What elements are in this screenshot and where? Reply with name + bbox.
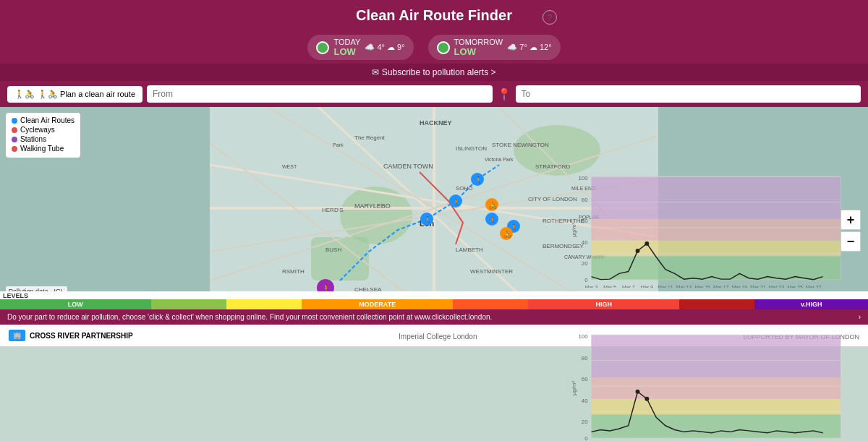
route-bar: 🚶🚴 🚶🚴 Plan a clean air route 📍	[83, 81, 550, 107]
map-main: Clean Air Route Finder TODAY LOW ☁️ 4° ☁…	[83, 0, 550, 441]
svg-text:🚶: 🚶	[511, 223, 518, 231]
tomorrow-info: TOMORROW LOW	[454, 38, 503, 57]
svg-text:μg/m³: μg/m³	[571, 380, 577, 395]
svg-text:Mar 27: Mar 27	[806, 285, 822, 288]
map-title: Clean Air Route Finder	[83, 0, 550, 31]
svg-text:20: 20	[582, 419, 588, 425]
pm10-chart-area: 100 80 60 40 20 0 Mar 1 Mar 3 Ma	[570, 330, 848, 441]
tomorrow-dot	[437, 41, 450, 54]
cross-river-logo: 🏢 CROSS RIVER PARTNERSHIP	[83, 330, 133, 341]
svg-text:🚴: 🚴	[503, 230, 512, 239]
info-bar: Do your part to reduce air pollution, ch…	[83, 309, 550, 325]
today-dot	[316, 41, 329, 54]
svg-text:BERMONDSEY: BERMONDSEY	[542, 243, 550, 249]
svg-rect-59	[592, 176, 841, 219]
svg-text:WEST: WEST	[282, 164, 297, 169]
svg-text:🚶: 🚶	[424, 215, 433, 224]
svg-text:CITY OF LONDON: CITY OF LONDON	[528, 196, 550, 202]
today-info: TODAY LOW	[333, 38, 360, 57]
svg-text:100: 100	[578, 175, 588, 181]
svg-rect-61	[592, 241, 841, 257]
svg-text:60: 60	[582, 218, 588, 224]
svg-text:40: 40	[582, 398, 588, 404]
svg-text:80: 80	[582, 197, 588, 203]
svg-text:80: 80	[582, 355, 588, 361]
svg-text:HERD'S: HERD'S	[322, 207, 344, 213]
svg-text:ISLINGTON: ISLINGTON	[456, 145, 487, 152]
svg-text:Mar 23: Mar 23	[769, 285, 785, 288]
svg-rect-93	[592, 399, 841, 415]
pl-high: HIGH	[528, 299, 550, 309]
to-input[interactable]	[516, 85, 550, 103]
map-visual[interactable]: HACKNEY STOKE NEWINGTON STRATFORD Lon WE…	[83, 107, 550, 309]
today-weather: TODAY LOW ☁️ 4° ☁ 9°	[307, 35, 413, 60]
svg-text:HACKNEY: HACKNEY	[420, 119, 452, 127]
svg-text:0: 0	[584, 435, 588, 441]
svg-rect-91	[592, 335, 841, 377]
pl-mod	[226, 299, 302, 309]
subscribe-bar[interactable]: ✉ Subscribe to pollution alerts >	[83, 64, 550, 81]
today-level: LOW	[333, 46, 360, 57]
svg-text:20: 20	[582, 260, 588, 267]
svg-text:Mar 19: Mar 19	[732, 285, 748, 288]
svg-rect-92	[592, 377, 841, 399]
imperial-logo: Imperial College London	[399, 329, 477, 342]
svg-text:🚶: 🚶	[475, 176, 483, 184]
svg-text:μg/m³: μg/m³	[571, 222, 577, 237]
svg-text:SOHO: SOHO	[456, 185, 473, 192]
svg-text:0: 0	[584, 277, 588, 283]
svg-text:Mar 11: Mar 11	[658, 285, 673, 288]
svg-text:STRATFORD: STRATFORD	[535, 163, 550, 170]
svg-text:BUSH: BUSH	[326, 247, 341, 253]
pl-low: LOW	[83, 299, 151, 309]
crp-label: CROSS RIVER PARTNERSHIP	[83, 332, 133, 340]
from-input[interactable]	[147, 85, 493, 103]
svg-text:40: 40	[582, 239, 588, 246]
svg-text:The Regent: The Regent	[354, 134, 386, 141]
pl-moderate: MODERATE	[302, 299, 453, 309]
svg-text:🚶: 🚶	[489, 216, 496, 223]
map-panel: Clean Air Route Finder TODAY LOW ☁️ 4° ☁…	[83, 0, 550, 441]
svg-text:RSMITH: RSMITH	[282, 268, 305, 275]
svg-text:Mar 3: Mar 3	[585, 285, 598, 288]
pollution-levels: LEVELS LOW MODERATE HIGH v.HIGH	[83, 291, 550, 309]
svg-rect-94	[592, 414, 841, 437]
svg-text:Mar 21: Mar 21	[750, 285, 766, 288]
svg-point-75	[636, 249, 640, 253]
svg-text:Mar 17: Mar 17	[713, 285, 729, 288]
today-temps: ☁️ 4° ☁ 9°	[365, 43, 404, 52]
svg-point-107	[644, 397, 649, 401]
map-svg: HACKNEY STOKE NEWINGTON STRATFORD Lon WE…	[83, 107, 550, 309]
svg-text:ROTHERHITHE: ROTHERHITHE	[542, 218, 550, 224]
svg-text:Park: Park	[333, 142, 344, 147]
subscribe-text: ✉ Subscribe to pollution alerts >	[372, 67, 495, 77]
svg-text:LAMBETH: LAMBETH	[456, 247, 483, 253]
svg-rect-60	[592, 219, 841, 241]
tomorrow-temps: ☁️ 7° ☁ 12°	[507, 43, 550, 52]
svg-point-74	[644, 241, 649, 246]
svg-text:MARYLEBО: MARYLEBО	[354, 202, 391, 210]
svg-text:WESTMINSTER: WESTMINSTER	[470, 268, 513, 275]
tomorrow-label: TOMORROW	[454, 38, 503, 46]
weather-bar: TODAY LOW ☁️ 4° ☁ 9° TOMORROW LOW ☁️ 7° …	[83, 31, 550, 64]
svg-text:Mar 15: Mar 15	[694, 285, 710, 288]
svg-rect-62	[592, 256, 841, 279]
plan-route-label: 🚶🚴 Plan a clean air route	[83, 90, 135, 99]
svg-text:Mar 7: Mar 7	[622, 285, 635, 288]
pl-low2	[151, 299, 226, 309]
pl-high-pre	[453, 299, 528, 309]
svg-text:Victoria Park: Victoria Park	[485, 157, 514, 162]
svg-text:CAMDEN TOWN: CAMDEN TOWN	[383, 163, 433, 170]
pm25-chart-svg: 100 80 60 40 20 0	[570, 172, 848, 288]
svg-point-106	[636, 390, 640, 394]
svg-text:🚶: 🚶	[453, 198, 460, 205]
svg-text:100: 100	[578, 333, 588, 340]
today-label: TODAY	[333, 38, 360, 46]
pm10-chart-svg: 100 80 60 40 20 0 Mar 1 Mar 3 Ma	[570, 330, 848, 441]
svg-text:Mar 5: Mar 5	[603, 285, 616, 288]
svg-text:Mar 13: Mar 13	[676, 285, 692, 288]
info-text: Do your part to reduce air pollution, ch…	[83, 313, 550, 321]
plan-route-button[interactable]: 🚶🚴 🚶🚴 Plan a clean air route	[83, 86, 142, 103]
pm25-chart-area: 100 80 60 40 20 0	[570, 172, 848, 288]
svg-text:60: 60	[582, 376, 588, 382]
